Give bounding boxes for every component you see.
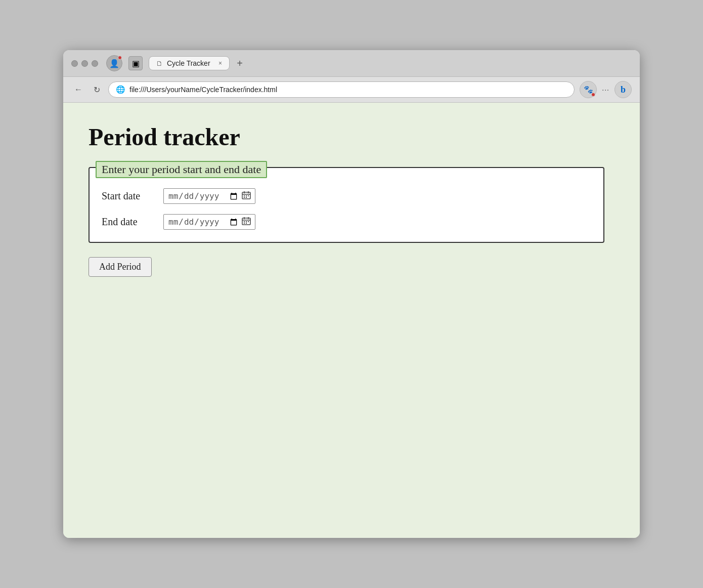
profile-button[interactable]: 👤 [106, 55, 122, 71]
browser-window: 👤 ▣ 🗋 Cycle Tracker × + ← ↻ 🌐 file:///Us… [63, 50, 640, 538]
page-title: Period tracker [89, 123, 614, 151]
svg-rect-7 [244, 197, 245, 198]
add-period-button[interactable]: Add Period [89, 257, 152, 277]
fieldset-legend: Enter your period start and end date [96, 161, 267, 178]
svg-rect-8 [246, 197, 247, 198]
title-bar: 👤 ▣ 🗋 Cycle Tracker × + [63, 50, 640, 77]
globe-icon: 🌐 [116, 85, 125, 94]
maximize-traffic-light[interactable] [92, 60, 98, 67]
svg-rect-14 [246, 221, 247, 222]
svg-rect-16 [244, 223, 245, 224]
more-options-button[interactable]: ··· [602, 86, 609, 94]
bing-icon: b [621, 85, 626, 95]
active-tab[interactable]: 🗋 Cycle Tracker × [149, 56, 230, 70]
start-date-calendar-icon[interactable] [242, 191, 251, 201]
form-fieldset: Enter your period start and end date Sta… [89, 167, 604, 243]
minimize-traffic-light[interactable] [81, 60, 88, 67]
svg-rect-13 [244, 221, 245, 222]
profile-notification-dot [118, 56, 122, 60]
nav-bar: ← ↻ 🌐 file:///Users/yourName/CycleTracke… [63, 77, 640, 103]
tab-title: Cycle Tracker [167, 59, 210, 67]
tab-bar: 🗋 Cycle Tracker × + [149, 56, 632, 70]
window-manager-button[interactable]: ▣ [128, 56, 143, 70]
svg-rect-4 [244, 195, 245, 196]
start-date-input[interactable] [168, 191, 239, 201]
end-date-row: End date [102, 214, 591, 230]
svg-rect-6 [248, 195, 249, 196]
window-manager-icon: ▣ [132, 59, 140, 68]
start-date-row: Start date [102, 188, 591, 204]
traffic-lights [71, 60, 98, 67]
page-content: Period tracker Enter your period start a… [63, 103, 640, 538]
start-date-label: Start date [102, 190, 157, 202]
refresh-button[interactable]: ↻ [91, 83, 103, 97]
svg-rect-15 [248, 221, 249, 222]
address-text: file:///Users/yourName/CycleTracker/inde… [129, 86, 567, 94]
start-date-input-wrapper[interactable] [163, 188, 255, 204]
end-date-label: End date [102, 216, 157, 228]
end-date-input-wrapper[interactable] [163, 214, 255, 230]
svg-rect-5 [246, 195, 247, 196]
new-tab-button[interactable]: + [233, 56, 247, 70]
back-button[interactable]: ← [71, 83, 85, 96]
tab-page-icon: 🗋 [156, 60, 163, 67]
end-date-input[interactable] [168, 217, 239, 227]
close-traffic-light[interactable] [71, 60, 78, 67]
address-bar[interactable]: 🌐 file:///Users/yourName/CycleTracker/in… [108, 81, 575, 98]
bing-button[interactable]: b [614, 81, 632, 98]
end-date-calendar-icon[interactable] [242, 217, 251, 227]
profile-icon: 👤 [109, 59, 119, 68]
tab-close-button[interactable]: × [218, 60, 222, 67]
extensions-notification-dot [591, 93, 595, 97]
svg-rect-17 [246, 223, 247, 224]
extensions-button[interactable]: 🐾 [580, 81, 597, 98]
